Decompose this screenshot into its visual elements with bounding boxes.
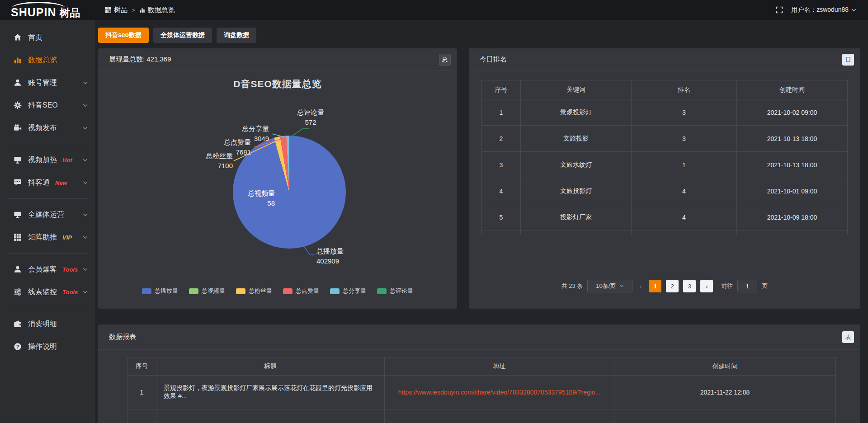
- table-cell: 4: [632, 204, 737, 230]
- ranking-table: 序号 关键词 排名 创建时间 1 景观投影灯 3 2021-10-02 09:0…: [481, 80, 848, 235]
- table-mode-button[interactable]: 表: [842, 331, 854, 343]
- legend-item-likes[interactable]: 总点赞量: [283, 287, 319, 295]
- page-unit-label: 页: [762, 282, 768, 290]
- chevron-down-icon: [83, 268, 88, 271]
- grid-icon: [14, 233, 22, 241]
- total-mode-button[interactable]: 总: [439, 54, 451, 66]
- sidebar-item-video-heat[interactable]: 视频加热 Hot: [0, 149, 95, 171]
- total-impressions-label: 展现量总数: 421,369: [109, 55, 171, 64]
- sidebar-item-label: 操作说明: [28, 342, 57, 352]
- table-cell: 文旅投影: [521, 126, 632, 152]
- table-cell: 3: [482, 152, 521, 178]
- sidebar-item-home[interactable]: 首页: [0, 26, 95, 49]
- pie-label-plays: 总播放量402909: [316, 246, 344, 266]
- pie-label-videos: 总视频量58: [248, 188, 275, 208]
- sidebar-divider: [7, 308, 88, 308]
- table-cell: 4: [632, 178, 737, 204]
- page-button-3[interactable]: 3: [683, 280, 696, 292]
- chart-title: D音SEO数据量总览: [98, 78, 457, 90]
- tab-inquiry-data[interactable]: 询盘数据: [217, 28, 256, 43]
- breadcrumb-separator: >: [132, 7, 135, 14]
- legend-item-videos[interactable]: 总视频量: [189, 287, 225, 295]
- sidebar-item-spend-detail[interactable]: 消费明细: [0, 313, 95, 335]
- prev-page-button[interactable]: ‹: [637, 282, 644, 290]
- sidebar-item-clue-monitor[interactable]: 线索监控 Tools: [0, 281, 95, 303]
- sidebar-item-label: 抖客通: [28, 178, 50, 188]
- tab-douyin-seo-data[interactable]: 抖音seo数据: [98, 28, 149, 43]
- table-cell: 1: [482, 99, 521, 126]
- chevron-down-icon: [851, 9, 856, 12]
- page-button-2[interactable]: 2: [666, 280, 679, 292]
- username-menu[interactable]: 用户名：zswodun88: [791, 6, 856, 14]
- sidebar-item-help[interactable]: ? 操作说明: [0, 335, 95, 358]
- legend-swatch: [283, 288, 292, 294]
- page-button-1[interactable]: 1: [649, 280, 661, 292]
- sidebar-divider: [7, 144, 88, 144]
- sidebar: 首页 数据总览 账号管理 抖音SEO 视频发布 视频加热 Hot 抖客通 New…: [0, 20, 95, 423]
- table-cell: 3: [632, 126, 737, 152]
- goto-page-input[interactable]: [737, 280, 757, 292]
- sidebar-divider: [7, 253, 88, 254]
- hot-badge: Hot: [62, 157, 72, 164]
- sidebar-item-data-overview[interactable]: 数据总览: [0, 49, 95, 71]
- sidebar-item-media-ops[interactable]: 全媒体运营: [0, 203, 95, 226]
- column-header: 地址: [385, 357, 614, 376]
- ranking-panel-title: 今日排名: [480, 55, 507, 64]
- sidebar-divider: [7, 198, 88, 199]
- svg-text:?: ?: [16, 344, 19, 349]
- sidebar-item-label: 视频发布: [28, 123, 57, 133]
- sidebar-item-member-burst[interactable]: 会员爆客 Tools: [0, 258, 95, 281]
- table-cell: 3: [632, 99, 737, 126]
- sidebar-item-douyin-seo[interactable]: 抖音SEO: [0, 94, 95, 117]
- chevron-down-icon: [83, 291, 88, 294]
- legend-item-plays[interactable]: 总播放量: [142, 287, 178, 295]
- tab-media-ops-data[interactable]: 全媒体运营数据: [153, 28, 212, 43]
- bar-chart-small-icon: [139, 7, 145, 13]
- table-cell: 4: [482, 178, 521, 204]
- table-cell: 文旅投影灯: [521, 178, 632, 204]
- table-cell: 2021-10-02 09:00: [737, 99, 848, 126]
- fullscreen-icon[interactable]: [776, 6, 783, 14]
- chevron-down-icon: [83, 104, 88, 107]
- member-icon: [14, 265, 22, 273]
- goto-label: 前往: [721, 282, 733, 290]
- user-icon: [14, 79, 22, 87]
- sidebar-item-account[interactable]: 账号管理: [0, 71, 95, 94]
- chevron-down-icon: [619, 285, 624, 287]
- breadcrumb-root[interactable]: 树品: [105, 6, 127, 14]
- legend-swatch: [236, 288, 245, 294]
- legend-swatch: [189, 288, 198, 294]
- legend-item-comments[interactable]: 总评论量: [377, 287, 413, 295]
- legend-item-fans[interactable]: 总粉丝量: [236, 287, 272, 295]
- clipped-row: [632, 230, 737, 235]
- chevron-down-icon: [83, 213, 88, 216]
- sidebar-item-matrix-boost[interactable]: 矩阵助推 VIP: [0, 226, 95, 249]
- clipped-row: [482, 230, 521, 235]
- sliders-icon: [14, 288, 22, 296]
- table-cell: 文旅水纹灯: [521, 152, 632, 178]
- column-header: 关键词: [521, 80, 632, 99]
- chevron-down-icon: [83, 127, 88, 130]
- sidebar-item-video-publish[interactable]: 视频发布: [0, 117, 95, 139]
- clipped-row: [614, 409, 836, 423]
- page-size-select[interactable]: 10条/页: [587, 280, 632, 292]
- sidebar-item-doukotong[interactable]: 抖客通 New: [0, 171, 95, 194]
- topbar-right: 用户名：zswodun88: [776, 6, 868, 14]
- breadcrumb: 树品 > 数据总览: [105, 6, 175, 14]
- breadcrumb-current[interactable]: 数据总览: [139, 6, 175, 14]
- new-badge: New: [55, 179, 67, 186]
- day-mode-button[interactable]: 日: [842, 54, 854, 66]
- column-header: 序号: [482, 80, 521, 99]
- sidebar-item-label: 矩阵助推: [28, 233, 57, 242]
- chart-panel-header: 展现量总数: 421,369: [98, 48, 457, 71]
- sidebar-item-label: 抖音SEO: [28, 101, 58, 110]
- ranking-panel-header: 今日排名: [469, 48, 860, 71]
- chevron-down-icon: [83, 236, 88, 239]
- legend-item-shares[interactable]: 总分享量: [330, 287, 366, 295]
- video-url-link[interactable]: https://www.iesdouyin.com/share/video/70…: [385, 376, 614, 409]
- grid-small-icon: [105, 7, 111, 13]
- legend-swatch: [142, 288, 151, 294]
- next-page-button[interactable]: ›: [700, 280, 713, 292]
- wallet-icon: [14, 320, 22, 328]
- tools-badge: Tools: [62, 289, 78, 296]
